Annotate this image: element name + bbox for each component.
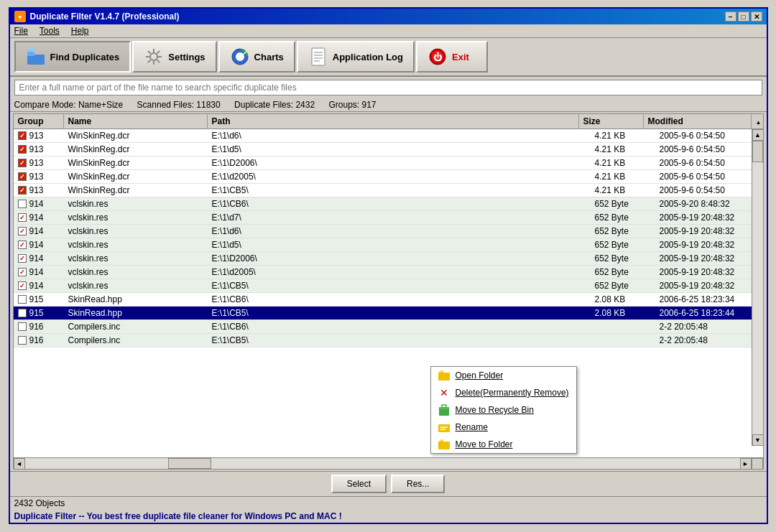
row-checkbox[interactable]	[18, 186, 27, 195]
menu-help[interactable]: Help	[71, 26, 89, 36]
row-checkbox[interactable]	[18, 172, 27, 181]
context-recycle[interactable]: Move to Recycle Bin	[431, 401, 576, 419]
scroll-right-button[interactable]: ►	[740, 458, 752, 470]
row-checkbox[interactable]	[18, 268, 27, 276]
settings-button[interactable]: Settings	[132, 41, 216, 73]
compare-mode-value: Name+Size	[78, 100, 123, 110]
size-cell: 4.21 KB	[591, 129, 655, 142]
main-window: ✦ Duplicate Filter V1.4.7 (Professional)…	[9, 7, 768, 524]
row-checkbox[interactable]	[18, 145, 27, 154]
table-row[interactable]: 913WinSkinReg.dcrE:\1\d6\4.21 KB2005-9-6…	[14, 129, 763, 143]
row-checkbox[interactable]	[18, 227, 27, 235]
table-row[interactable]: 914vclskin.resE:\1\D2006\652 Byte2005-9-…	[14, 252, 763, 266]
row-checkbox[interactable]	[18, 295, 27, 304]
row-checkbox[interactable]	[18, 336, 27, 345]
col-scroll-header: ▲	[752, 114, 763, 129]
menu-tools[interactable]: Tools	[40, 26, 60, 36]
context-rename[interactable]: Rename	[431, 419, 576, 436]
table-row[interactable]: 914vclskin.resE:\1\CB5\652 Byte2005-9-19…	[14, 279, 763, 293]
search-bar	[10, 77, 767, 98]
maximize-button[interactable]: □	[738, 11, 749, 22]
find-duplicates-button[interactable]: Find Duplicates	[14, 41, 131, 73]
row-checkbox[interactable]	[18, 254, 27, 263]
group-cell: 913	[14, 157, 64, 169]
table-row[interactable]: 914vclskin.resE:\1\d7\652 Byte2005-9-19 …	[14, 211, 763, 225]
col-name[interactable]: Name	[64, 114, 208, 129]
resize-handle[interactable]	[752, 458, 763, 470]
path-cell: E:\1\d2005\	[208, 170, 591, 183]
status-bar-top: Compare Mode: Name+Size Scanned Files: 1…	[10, 98, 767, 112]
context-delete[interactable]: ✕ Delete(Permanently Remove)	[431, 384, 576, 401]
context-delete-label: Delete(Permanently Remove)	[456, 388, 569, 398]
modified-cell: 2006-6-25 18:23:34	[655, 293, 763, 306]
scroll-down-button[interactable]: ▼	[752, 434, 763, 446]
size-cell: 652 Byte	[591, 252, 655, 265]
name-cell: WinSkinReg.dcr	[64, 184, 208, 197]
table-row[interactable]: 913WinSkinReg.dcrE:\1\CB5\4.21 KB2005-9-…	[14, 184, 763, 197]
table-row[interactable]: 913WinSkinReg.dcrE:\1\d5\4.21 KB2005-9-6…	[14, 143, 763, 157]
table-row[interactable]: 914vclskin.resE:\1\d2005\652 Byte2005-9-…	[14, 266, 763, 279]
table-row[interactable]: 915SkinRead.hppE:\1\CB5\2.08 KB2006-6-25…	[14, 307, 763, 320]
table-row[interactable]: 916Compilers.incE:\1\CB5\2-2 20:05:48	[14, 334, 763, 347]
vertical-scrollbar[interactable]: ▲ ▼	[752, 129, 763, 446]
svg-rect-17	[312, 48, 325, 65]
scroll-thumb[interactable]	[752, 141, 763, 162]
settings-icon	[144, 47, 164, 67]
horizontal-scrollbar[interactable]: ◄ ►	[14, 457, 763, 469]
col-size[interactable]: Size	[579, 114, 644, 129]
menu-file[interactable]: File	[14, 26, 28, 36]
group-value: 914	[29, 226, 44, 236]
context-move-folder[interactable]: Move to Folder	[431, 436, 576, 453]
size-cell: 652 Byte	[591, 225, 655, 238]
col-group[interactable]: Group	[14, 114, 64, 129]
application-log-icon	[308, 47, 328, 67]
row-checkbox[interactable]	[18, 200, 27, 208]
svg-rect-26	[438, 373, 443, 375]
svg-text:✦: ✦	[17, 14, 23, 21]
svg-rect-31	[438, 424, 450, 432]
row-checkbox[interactable]	[18, 309, 27, 317]
search-input[interactable]	[14, 80, 762, 95]
scroll-up-button[interactable]: ▲	[752, 129, 763, 141]
size-cell	[591, 320, 655, 333]
group-value: 915	[29, 294, 44, 304]
row-checkbox[interactable]	[18, 322, 27, 331]
group-cell: 913	[14, 143, 64, 156]
row-checkbox[interactable]	[18, 131, 27, 140]
col-modified[interactable]: Modified	[644, 114, 752, 129]
name-cell: SkinRead.hpp	[64, 307, 208, 319]
col-path[interactable]: Path	[208, 114, 579, 129]
minimize-button[interactable]: –	[725, 11, 736, 22]
table-row[interactable]: 913WinSkinReg.dcrE:\1\d2005\4.21 KB2005-…	[14, 170, 763, 184]
scanned-label: Scanned Files:	[137, 100, 194, 110]
row-checkbox[interactable]	[18, 281, 27, 290]
table-row[interactable]: 914vclskin.resE:\1\CB6\652 Byte2005-9-20…	[14, 197, 763, 211]
context-open-folder[interactable]: Open Folder	[431, 367, 576, 384]
find-duplicates-label: Find Duplicates	[50, 52, 120, 62]
charts-button[interactable]: Charts	[218, 41, 295, 73]
table-row[interactable]: 914vclskin.resE:\1\d5\652 Byte2005-9-19 …	[14, 238, 763, 252]
context-recycle-label: Move to Recycle Bin	[456, 405, 534, 415]
svg-point-5	[150, 53, 157, 60]
modified-cell: 2005-9-6 0:54:50	[655, 170, 763, 183]
row-checkbox[interactable]	[18, 159, 27, 167]
h-scroll-thumb[interactable]	[168, 458, 211, 469]
scroll-left-button[interactable]: ◄	[14, 458, 25, 470]
group-value: 913	[29, 144, 44, 154]
application-log-button[interactable]: Application Log	[297, 41, 415, 73]
context-rename-label: Rename	[456, 422, 488, 432]
close-button[interactable]: ✕	[751, 11, 762, 22]
row-checkbox[interactable]	[18, 213, 27, 222]
group-value: 914	[29, 199, 44, 209]
table-row[interactable]: 913WinSkinReg.dcrE:\1\D2006\4.21 KB2005-…	[14, 157, 763, 170]
table-row[interactable]: 916Compilers.incE:\1\CB6\2-2 20:05:48	[14, 320, 763, 334]
table-row[interactable]: 914vclskin.resE:\1\d6\652 Byte2005-9-19 …	[14, 225, 763, 238]
name-cell: Compilers.inc	[64, 320, 208, 333]
reset-button[interactable]: Res...	[391, 475, 445, 493]
svg-rect-3	[27, 52, 34, 56]
exit-button[interactable]: ⏻ Exit	[416, 41, 488, 73]
table-row[interactable]: 915SkinRead.hppE:\1\CB6\2.08 KB2006-6-25…	[14, 293, 763, 307]
select-button[interactable]: Select	[331, 475, 387, 493]
modified-cell: 2005-9-19 20:48:32	[655, 279, 763, 292]
row-checkbox[interactable]	[18, 241, 27, 249]
